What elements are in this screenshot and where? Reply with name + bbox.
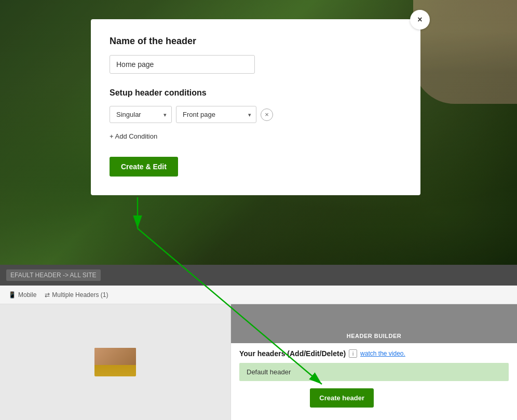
sub-admin-bar: 📱 Mobile ⇄ Multiple Headers (1) bbox=[0, 286, 517, 304]
modal-close-button[interactable]: × bbox=[410, 10, 430, 30]
mobile-label: Mobile bbox=[18, 291, 36, 299]
conditions-section-title: Setup header conditions bbox=[110, 88, 402, 98]
mobile-icon: 📱 bbox=[8, 291, 16, 299]
right-panel: HEADER BUILDER Your headers (Add/Edit/De… bbox=[231, 304, 517, 420]
admin-toolbar: EFAULT HEADER -> ALL SITE bbox=[0, 265, 517, 286]
singular-select-wrapper: Singular Plural bbox=[110, 106, 172, 123]
close-icon: × bbox=[417, 15, 422, 24]
watch-video-link[interactable]: watch the video. bbox=[360, 350, 405, 357]
conditions-row: Singular Plural Front page Blog page Arc… bbox=[110, 106, 402, 123]
multiple-headers-label: Multiple Headers (1) bbox=[52, 291, 108, 299]
left-preview-panel bbox=[0, 304, 231, 420]
create-header-modal: × Name of the header Setup header condit… bbox=[91, 19, 420, 195]
header-builder-banner: HEADER BUILDER bbox=[231, 304, 517, 343]
multiple-headers-icon: ⇄ bbox=[45, 291, 50, 299]
create-edit-button[interactable]: Create & Edit bbox=[110, 157, 178, 177]
header-name-input[interactable] bbox=[110, 55, 255, 74]
frontpage-select-wrapper: Front page Blog page Archive bbox=[176, 106, 256, 123]
headers-title: Your headers (Add/Edit/Delete) bbox=[239, 349, 346, 358]
remove-icon: × bbox=[265, 111, 269, 118]
multiple-headers-item[interactable]: ⇄ Multiple Headers (1) bbox=[45, 291, 108, 299]
mobile-item[interactable]: 📱 Mobile bbox=[8, 291, 36, 299]
header-builder-label: HEADER BUILDER bbox=[347, 333, 401, 339]
default-header-row: Default header bbox=[239, 363, 509, 381]
header-thumb-image bbox=[94, 348, 136, 365]
singular-select[interactable]: Singular Plural bbox=[110, 106, 172, 123]
modal-title: Name of the header bbox=[110, 36, 402, 47]
create-header-button[interactable]: Create header bbox=[310, 388, 374, 408]
remove-condition-button[interactable]: × bbox=[261, 109, 273, 121]
header-thumbnail bbox=[94, 348, 136, 376]
headers-title-row: Your headers (Add/Edit/Delete) i watch t… bbox=[231, 343, 517, 363]
default-header-item[interactable]: EFAULT HEADER -> ALL SITE bbox=[6, 269, 101, 281]
frontpage-select[interactable]: Front page Blog page Archive bbox=[176, 106, 256, 123]
content-area: HEADER BUILDER Your headers (Add/Edit/De… bbox=[0, 304, 517, 420]
default-header-label: Default header bbox=[247, 368, 291, 376]
default-header-label: EFAULT HEADER -> ALL SITE bbox=[10, 272, 97, 279]
add-condition-link[interactable]: + Add Condition bbox=[110, 132, 157, 140]
info-icon: i bbox=[349, 349, 357, 358]
